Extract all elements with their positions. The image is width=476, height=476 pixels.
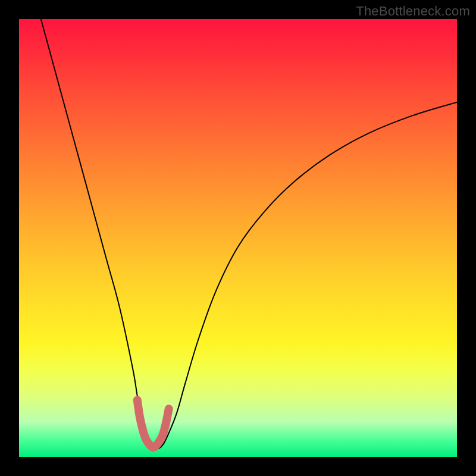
watermark-label: TheBottleneck.com	[356, 4, 470, 19]
bottleneck-curve	[41, 19, 457, 449]
highlight-valley	[137, 400, 169, 447]
plot-area	[19, 19, 457, 457]
chart-frame: TheBottleneck.com	[0, 0, 476, 476]
curve-layer	[19, 19, 457, 457]
